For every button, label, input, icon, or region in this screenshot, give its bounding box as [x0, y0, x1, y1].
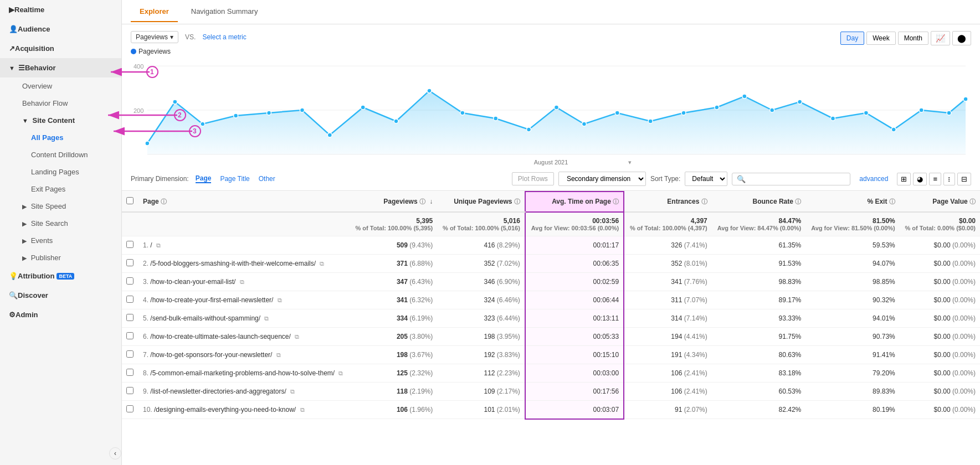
- row-copy-icon[interactable]: ⧉: [278, 297, 282, 303]
- checkbox-header: [122, 192, 138, 212]
- line-chart-button[interactable]: 📈: [931, 31, 950, 45]
- sidebar-item-acquisition[interactable]: ↗ Acquisition: [0, 39, 121, 58]
- select-metric-link[interactable]: Select a metric: [202, 33, 246, 41]
- svg-point-21: [234, 113, 238, 118]
- row-copy-icon[interactable]: ⧉: [300, 406, 305, 413]
- sidebar-item-attribution[interactable]: 💡 Attribution BETA: [0, 266, 121, 286]
- row-page-link[interactable]: /how-to-clean-your-email-list/: [150, 278, 235, 286]
- row-page-link[interactable]: /how-to-create-your-first-email-newslett…: [150, 296, 273, 304]
- column-view-button[interactable]: ⫶: [943, 173, 955, 185]
- svg-point-33: [615, 111, 619, 115]
- row-checkbox[interactable]: [126, 241, 134, 248]
- row-copy-icon[interactable]: ⧉: [276, 352, 281, 358]
- select-all-checkbox[interactable]: [126, 197, 134, 204]
- avg-time-header[interactable]: Avg. Time on Page ⓘ: [525, 192, 624, 212]
- row-copy-icon[interactable]: ⧉: [295, 333, 299, 340]
- row-copy-icon[interactable]: ⧉: [290, 388, 295, 395]
- sidebar-item-exit-pages[interactable]: Exit Pages: [0, 180, 121, 198]
- dim-other-link[interactable]: Other: [259, 175, 275, 183]
- row-num: 9.: [143, 388, 148, 395]
- sidebar-item-audience[interactable]: 👤 Audience: [0, 19, 121, 39]
- sidebar-item-all-pages[interactable]: All Pages: [0, 129, 121, 146]
- row-num: 8.: [143, 369, 148, 377]
- pct-exit-header[interactable]: % Exit ⓘ: [805, 192, 900, 212]
- row-checkbox[interactable]: [126, 277, 134, 285]
- page-value-info-icon[interactable]: ⓘ: [969, 198, 976, 205]
- sidebar-item-admin[interactable]: ⚙ Admin: [0, 305, 121, 324]
- day-button[interactable]: Day: [840, 32, 864, 45]
- secondary-dimension-select[interactable]: Secondary dimension: [558, 172, 646, 186]
- advanced-link[interactable]: advanced: [859, 175, 888, 183]
- row-page-link[interactable]: /how-to-create-ultimate-sales-launch-seq…: [150, 333, 290, 340]
- sidebar-item-realtime[interactable]: ▶ Realtime: [0, 0, 121, 19]
- attribution-icon: 💡: [9, 272, 18, 280]
- row-checkbox[interactable]: [126, 405, 134, 412]
- tab-navigation-summary[interactable]: Navigation Summary: [182, 2, 267, 22]
- sidebar-item-behavior-flow[interactable]: Behavior Flow: [0, 95, 121, 112]
- sidebar-item-publisher[interactable]: ▶ Publisher: [0, 249, 121, 266]
- unique-pv-info-icon[interactable]: ⓘ: [514, 198, 520, 205]
- row-page-link[interactable]: /: [150, 241, 152, 249]
- entrances-info-icon[interactable]: ⓘ: [701, 198, 707, 205]
- grid-view-button[interactable]: ⊞: [897, 173, 911, 185]
- row-copy-icon[interactable]: ⧉: [156, 242, 161, 249]
- pie-chart-button[interactable]: ⬤: [952, 31, 971, 45]
- row-copy-icon[interactable]: ⧉: [320, 260, 324, 267]
- avg-time-info-icon[interactable]: ⓘ: [613, 198, 619, 205]
- row-copy-icon[interactable]: ⧉: [264, 315, 269, 322]
- row-page-link[interactable]: /designing-emails-everything-you-need-to…: [154, 406, 296, 414]
- bar-view-button[interactable]: ≡: [929, 173, 941, 185]
- row-checkbox[interactable]: [126, 314, 134, 321]
- row-page-link[interactable]: /how-to-get-sponsors-for-your-newsletter…: [150, 351, 272, 359]
- month-button[interactable]: Month: [898, 32, 928, 45]
- dim-page-title-link[interactable]: Page Title: [220, 175, 249, 183]
- date-range-buttons: Day Week Month 📈 ⬤: [840, 31, 971, 45]
- row-page-link[interactable]: /send-bulk-emails-without-spamming/: [150, 314, 260, 322]
- sidebar-item-events[interactable]: ▶ Events: [0, 232, 121, 249]
- row-page-link[interactable]: /5-food-bloggers-smashing-it-with-their-…: [150, 260, 316, 267]
- bounce-rate-info-icon[interactable]: ⓘ: [795, 198, 801, 205]
- row-page-link[interactable]: /list-of-newsletter-directories-and-aggr…: [150, 388, 286, 395]
- sidebar-item-site-speed[interactable]: ▶ Site Speed: [0, 198, 121, 215]
- unique-pageviews-header[interactable]: Unique Pageviews ⓘ: [437, 192, 525, 212]
- sidebar-item-overview[interactable]: Overview: [0, 78, 121, 95]
- page-value-header[interactable]: Page Value ⓘ: [900, 192, 980, 212]
- sidebar-item-behavior[interactable]: ▼ ☰ Behavior: [0, 58, 121, 78]
- page-header[interactable]: Page ⓘ: [138, 192, 350, 212]
- row-checkbox[interactable]: [126, 350, 134, 358]
- sidebar-item-landing-pages[interactable]: Landing Pages: [0, 163, 121, 180]
- admin-icon: ⚙: [9, 311, 16, 319]
- dim-page-link[interactable]: Page: [196, 174, 212, 183]
- row-copy-icon[interactable]: ⧉: [240, 278, 244, 285]
- row-checkbox[interactable]: [126, 369, 134, 376]
- row-checkbox[interactable]: [126, 387, 134, 394]
- tab-explorer[interactable]: Explorer: [131, 2, 178, 22]
- pivot-view-button[interactable]: ⊟: [957, 173, 971, 185]
- sidebar-item-discover[interactable]: 🔍 Discover: [0, 286, 121, 305]
- row-checkbox[interactable]: [126, 259, 134, 266]
- bounce-rate-header[interactable]: Bounce Rate ⓘ: [712, 192, 806, 212]
- sort-type-select[interactable]: Default: [685, 172, 727, 186]
- search-input[interactable]: [746, 175, 845, 183]
- row-page-link[interactable]: /5-common-email-marketing-problems-and-h…: [150, 369, 335, 377]
- sidebar-item-site-search[interactable]: ▶ Site Search: [0, 215, 121, 232]
- row-checkbox[interactable]: [126, 332, 134, 339]
- page-info-icon[interactable]: ⓘ: [161, 198, 167, 205]
- pct-exit-info-icon[interactable]: ⓘ: [889, 198, 895, 205]
- pageviews-header[interactable]: Pageviews ⓘ ↓: [350, 192, 438, 212]
- primary-dim-label: Primary Dimension:: [131, 175, 189, 183]
- pageviews-info-icon[interactable]: ⓘ: [419, 198, 425, 205]
- sidebar-collapse-button[interactable]: ‹: [109, 447, 121, 459]
- entrances-header[interactable]: Entrances ⓘ: [624, 192, 712, 212]
- row-checkbox[interactable]: [126, 296, 134, 303]
- sidebar-item-site-content-header[interactable]: ▼ Site Content: [0, 112, 121, 129]
- audience-icon: 👤: [9, 25, 18, 33]
- metric-dropdown[interactable]: Pageviews ▾: [131, 31, 178, 43]
- sidebar-item-content-drilldown[interactable]: Content Drilldown: [0, 146, 121, 163]
- row-pct-exit-cell: 80.19%: [805, 401, 900, 419]
- tabs-bar: Explorer Navigation Summary: [122, 0, 980, 24]
- plot-rows-button[interactable]: Plot Rows: [512, 172, 554, 185]
- pie-view-button[interactable]: ◕: [913, 173, 927, 185]
- week-button[interactable]: Week: [866, 32, 895, 45]
- row-copy-icon[interactable]: ⧉: [338, 370, 343, 376]
